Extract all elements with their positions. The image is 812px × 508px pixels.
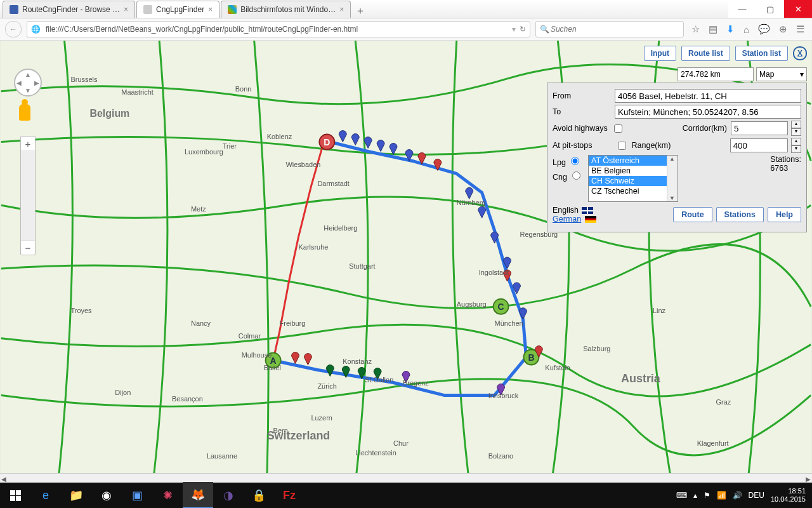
german-link[interactable]: German	[553, 215, 581, 224]
tab-routecngfinder[interactable]: RouteCngFinder - Browse … ×	[3, 1, 135, 18]
station-list-button[interactable]: Station list	[735, 46, 788, 61]
streetview-pegman[interactable]	[19, 104, 30, 121]
download-icon[interactable]: ⬇	[726, 23, 735, 35]
new-tab-button[interactable]: ＋	[352, 4, 369, 18]
chat-icon[interactable]: 💬	[758, 23, 770, 35]
tray-volume-icon[interactable]: 🔊	[733, 491, 742, 500]
zoom-slider[interactable]	[21, 151, 35, 241]
listbox-scrollbar[interactable]	[667, 156, 678, 201]
keyboard-icon[interactable]: ⌨	[676, 491, 687, 500]
menu-icon[interactable]: ☰	[796, 23, 804, 35]
url-input[interactable]	[44, 24, 512, 34]
tab-bildschirmfotos[interactable]: Bildschirmfotos mit Windo… ×	[221, 1, 351, 18]
svg-text:Besançon: Besançon	[172, 395, 203, 403]
close-icon[interactable]: ×	[208, 5, 213, 14]
svg-text:Graz: Graz	[716, 398, 731, 406]
taskbar-chrome[interactable]: ◉	[91, 483, 122, 508]
svg-text:Freiburg: Freiburg	[280, 319, 306, 327]
zoom-out-button[interactable]: −	[21, 241, 35, 255]
taskbar-firefox[interactable]: 🦊	[183, 482, 213, 508]
svg-text:Klagenfurt: Klagenfurt	[697, 439, 729, 447]
corridor-spinner[interactable]: ▴▾	[791, 121, 801, 136]
search-input[interactable]	[549, 24, 679, 34]
range-input[interactable]	[730, 138, 788, 152]
pan-up-icon[interactable]: ▲	[25, 71, 31, 78]
bookmark-icon[interactable]: ☆	[691, 23, 700, 35]
svg-text:Troyes: Troyes	[71, 307, 93, 314]
reload-icon[interactable]: ↻	[520, 25, 526, 34]
zoom-in-button[interactable]: +	[21, 137, 35, 151]
dropdown-icon[interactable]: ▾	[512, 25, 516, 34]
stations-count: 6763	[770, 164, 801, 173]
search-bar[interactable]: 🔍	[535, 21, 684, 37]
route-button[interactable]: Route	[673, 207, 712, 222]
english-link[interactable]: English	[553, 206, 579, 215]
reader-icon[interactable]: ▤	[709, 23, 717, 35]
taskbar-eclipse[interactable]: ◑	[213, 483, 244, 508]
tab-cnglpgfinder[interactable]: CngLpgFinder ×	[136, 1, 219, 18]
map-type-select[interactable]: Map ▾	[756, 67, 807, 81]
tray-chevron-icon[interactable]: ▴	[693, 491, 697, 500]
svg-text:Ingolstadt: Ingolstadt	[479, 269, 509, 276]
home-icon[interactable]: ⌂	[743, 24, 749, 35]
pan-down-icon[interactable]: ▼	[25, 87, 31, 94]
taskbar-filezilla[interactable]: Fz	[274, 483, 304, 508]
stations-button[interactable]: Stations	[716, 207, 764, 222]
browser-tabs: RouteCngFinder - Browse … × CngLpgFinder…	[0, 0, 369, 18]
range-spinner[interactable]: ▴▾	[791, 138, 801, 153]
country-listbox[interactable]: AT Österreich BE Belgien CH Schweiz CZ T…	[588, 155, 678, 202]
svg-text:Linz: Linz	[653, 307, 666, 314]
back-button[interactable]: ←	[5, 21, 22, 37]
chevron-down-icon: ▾	[800, 70, 804, 79]
lpg-radio[interactable]: Lpg	[553, 155, 584, 167]
maximize-button[interactable]: ▢	[756, 0, 784, 18]
close-icon[interactable]: ×	[339, 5, 344, 14]
country-option[interactable]: CZ Tschechei	[589, 186, 678, 196]
address-bar[interactable]: 🌐 ▾ ↻	[27, 21, 530, 37]
country-option[interactable]: AT Österreich	[589, 156, 678, 166]
input-button[interactable]: Input	[644, 46, 676, 61]
svg-text:St.Gallen: St.Gallen	[365, 376, 393, 384]
country-option[interactable]: BE Belgien	[589, 166, 678, 176]
tray-flag-icon[interactable]: ⚑	[704, 491, 710, 500]
toolbar-icons: ☆ ▤ ⬇ ⌂ 💬 ⊕ ☰	[689, 23, 807, 35]
corridor-input[interactable]	[731, 121, 788, 135]
taskbar-explorer[interactable]: 📁	[61, 483, 91, 508]
pan-right-icon[interactable]: ▶	[34, 79, 39, 86]
cng-radio[interactable]: Cng	[553, 170, 584, 182]
country-option[interactable]: CH Schweiz	[589, 176, 678, 186]
close-icon[interactable]: ×	[124, 5, 128, 14]
avoid-highways-checkbox[interactable]	[614, 124, 622, 133]
to-input[interactable]	[615, 105, 801, 119]
route-input-panel: From To Avoid highways Corridor(km) ▴▾ A…	[547, 83, 807, 232]
taskbar-ie[interactable]: e	[30, 483, 61, 508]
pan-left-icon[interactable]: ◀	[16, 79, 22, 86]
tab-label: CngLpgFinder	[156, 5, 204, 14]
tray-clock[interactable]: 18:51 10.04.2015	[771, 487, 806, 504]
svg-text:Mulhouse: Mulhouse	[242, 351, 272, 359]
map-pan-control[interactable]: ▲ ▼ ◀ ▶	[14, 69, 42, 97]
addons-icon[interactable]: ⊕	[779, 23, 787, 35]
route-list-button[interactable]: Route list	[681, 46, 730, 61]
favicon-icon	[143, 5, 152, 14]
start-button[interactable]	[0, 483, 30, 508]
system-tray: ⌨ ▴ ⚑ 📶 🔊 DEU 18:51 10.04.2015	[676, 487, 812, 504]
pitstops-checkbox[interactable]	[618, 142, 626, 150]
tray-lang[interactable]: DEU	[749, 491, 764, 500]
svg-text:Belgium: Belgium	[89, 108, 129, 119]
fuel-type-radios: Lpg Cng	[553, 155, 584, 182]
svg-text:Lausanne: Lausanne	[207, 452, 237, 460]
minimize-button[interactable]: —	[728, 0, 756, 18]
close-window-button[interactable]: ✕	[784, 0, 812, 18]
help-button[interactable]: Help	[768, 207, 801, 222]
taskbar-app3[interactable]: 🔒	[244, 483, 274, 508]
svg-text:Nürnberg: Nürnberg	[457, 199, 486, 206]
taskbar-app2[interactable]: ✺	[152, 483, 183, 508]
stations-label: Stations:	[770, 155, 801, 164]
svg-text:Dijon: Dijon	[115, 389, 131, 396]
from-input[interactable]	[615, 89, 801, 103]
panel-close-button[interactable]: X	[793, 46, 807, 60]
map-zoom-control: + −	[20, 136, 36, 255]
taskbar-app1[interactable]: ▣	[122, 483, 152, 508]
tray-network-icon[interactable]: 📶	[717, 491, 726, 500]
